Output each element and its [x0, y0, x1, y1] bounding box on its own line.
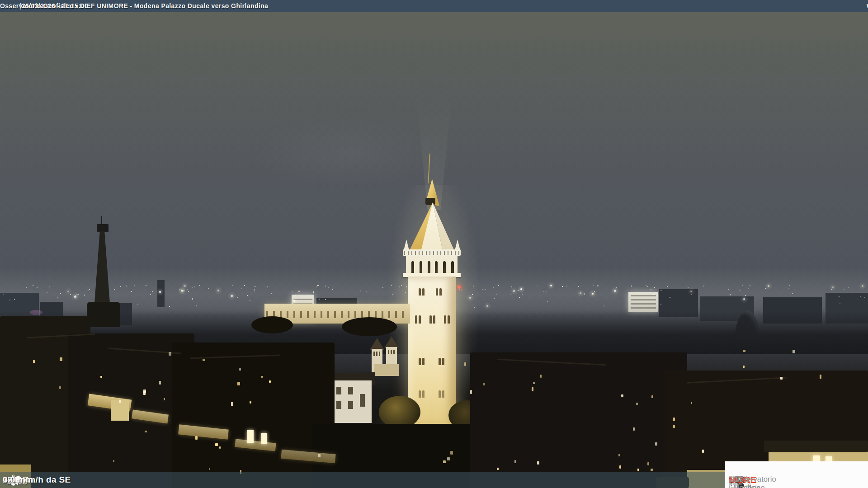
city-light [520, 288, 522, 290]
window-light [450, 451, 453, 455]
city-light [146, 285, 146, 286]
city-light [839, 296, 840, 297]
city-light [317, 285, 318, 286]
city-light [660, 304, 661, 305]
window-light [261, 376, 263, 378]
city-light [137, 304, 138, 305]
city-light [743, 298, 745, 300]
city-light [150, 294, 151, 295]
window-light [651, 469, 653, 471]
window-light [209, 468, 210, 470]
window-light [636, 403, 638, 405]
city-light [522, 294, 523, 295]
window-light [159, 381, 161, 385]
city-light [631, 286, 632, 286]
window-light [673, 418, 675, 421]
city-light [562, 286, 563, 287]
lit-window [261, 433, 267, 444]
city-light [194, 286, 195, 287]
window-light [621, 394, 623, 397]
city-light [231, 295, 233, 297]
antenna-base [87, 302, 120, 327]
city-light [654, 287, 655, 288]
city-light [295, 295, 296, 296]
city-light [584, 293, 585, 295]
city-light [768, 285, 769, 287]
city-light [748, 288, 749, 289]
window-light [691, 402, 692, 404]
city-light [498, 285, 499, 286]
lit-highrise [628, 292, 658, 312]
city-light [325, 286, 326, 286]
city-light [169, 306, 170, 307]
city-light [493, 287, 494, 288]
header-bar: 25/03/2026 - 21:15:00 | Osservatorio Geo… [0, 0, 868, 12]
city-light [840, 303, 840, 304]
window-light [143, 389, 146, 393]
window-light [237, 382, 240, 385]
city-light [848, 287, 849, 288]
city-light [74, 296, 76, 298]
window-light [33, 360, 35, 363]
window-light [215, 443, 218, 446]
rain-value: 0.0 mm [3, 475, 33, 485]
city-light [67, 291, 69, 292]
city-light [547, 301, 548, 302]
city-light [486, 305, 488, 307]
city-light [485, 289, 486, 290]
window-light [651, 395, 653, 398]
window-light [619, 465, 621, 469]
city-light [566, 286, 567, 286]
city-light [184, 285, 186, 287]
window-light [483, 383, 485, 385]
window-light [702, 450, 704, 453]
tower-belfry [406, 256, 458, 274]
city-light [592, 293, 594, 295]
unimore-logo-box: UNIMORE UNIVERSITÀ DEGLI STUDI DI MODENA… [725, 461, 868, 488]
city-light [57, 297, 58, 298]
city-light [647, 286, 648, 287]
city-light [360, 291, 361, 291]
city-light [496, 294, 497, 295]
window-light [113, 460, 114, 462]
window-light [195, 436, 198, 440]
ghirlandina-spire [407, 202, 457, 256]
window-light [164, 398, 165, 400]
city-light [232, 285, 233, 286]
city-light [78, 294, 79, 295]
city-light [690, 291, 692, 292]
city-light [187, 289, 188, 290]
window-light [673, 425, 675, 428]
city-light [184, 290, 184, 291]
window-light [203, 359, 205, 361]
window-light [793, 350, 795, 353]
city-light [670, 297, 670, 298]
tower-balustrade [403, 249, 461, 256]
city-light [638, 292, 639, 293]
city-light [131, 291, 132, 292]
city-light [366, 291, 367, 292]
city-light [3, 294, 4, 295]
city-light [860, 296, 861, 297]
city-light [651, 289, 651, 290]
city-light [742, 285, 743, 286]
city-light [9, 300, 10, 300]
duomo-gable [374, 364, 399, 376]
city-light [792, 293, 793, 294]
lit-window [247, 430, 254, 443]
city-light [271, 293, 272, 294]
city-light [237, 297, 238, 298]
sky-haze [253, 117, 443, 190]
window-light [145, 431, 147, 432]
window-light [59, 386, 61, 389]
city-light [254, 291, 255, 291]
window-light [231, 402, 233, 406]
window-light [497, 468, 499, 470]
city-light [661, 290, 662, 291]
city-light [328, 287, 329, 288]
city-light [181, 290, 183, 291]
window-light [443, 460, 446, 463]
window-light [239, 368, 241, 371]
window-light [533, 382, 535, 384]
window-light [119, 400, 121, 403]
